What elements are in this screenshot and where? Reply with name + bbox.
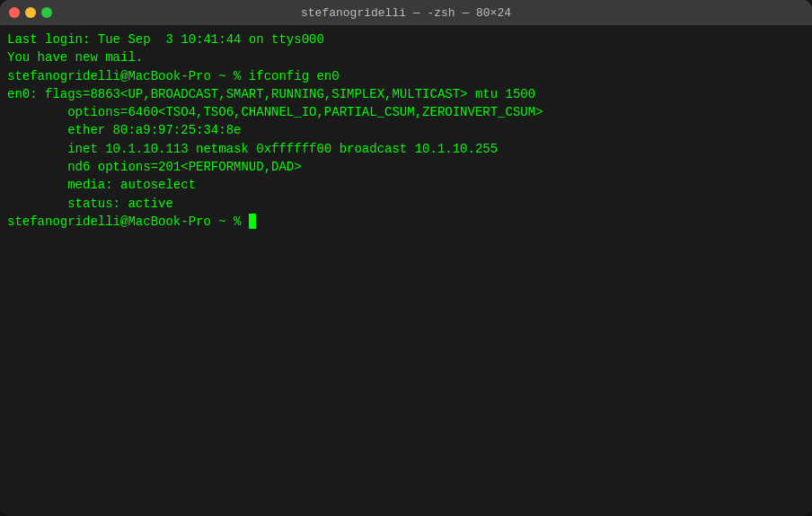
minimize-button[interactable]: [25, 7, 36, 18]
cursor-icon: [249, 214, 256, 229]
terminal-window: stefanogridelli — -zsh — 80×24 Last logi…: [0, 0, 812, 516]
terminal-line-8: nd6 options=201<PERFORMNUD,DAD>: [7, 158, 805, 176]
maximize-button[interactable]: [41, 7, 52, 18]
terminal-line-9: media: autoselect: [7, 176, 805, 194]
terminal-body[interactable]: Last login: Tue Sep 3 10:41:44 on ttys00…: [0, 25, 812, 516]
titlebar: stefanogridelli — -zsh — 80×24: [0, 0, 812, 25]
terminal-line-4: en0: flags=8863<UP,BROADCAST,SMART,RUNNI…: [7, 85, 805, 103]
window-title: stefanogridelli — -zsh — 80×24: [301, 6, 511, 20]
traffic-lights: [9, 7, 52, 18]
terminal-line-3: stefanogridelli@MacBook-Pro ~ % ifconfig…: [7, 67, 805, 85]
terminal-prompt-line: stefanogridelli@MacBook-Pro ~ %: [7, 213, 805, 231]
close-button[interactable]: [9, 7, 20, 18]
terminal-line-5: options=6460<TSO4,TSO6,CHANNEL_IO,PARTIA…: [7, 103, 805, 121]
terminal-line-1: Last login: Tue Sep 3 10:41:44 on ttys00…: [7, 31, 805, 48]
terminal-line-2: You have new mail.: [7, 48, 805, 66]
terminal-line-10: status: active: [7, 195, 805, 213]
terminal-line-7: inet 10.1.10.113 netmask 0xffffff00 broa…: [7, 140, 805, 158]
terminal-line-6: ether 80:a9:97:25:34:8e: [7, 121, 805, 139]
